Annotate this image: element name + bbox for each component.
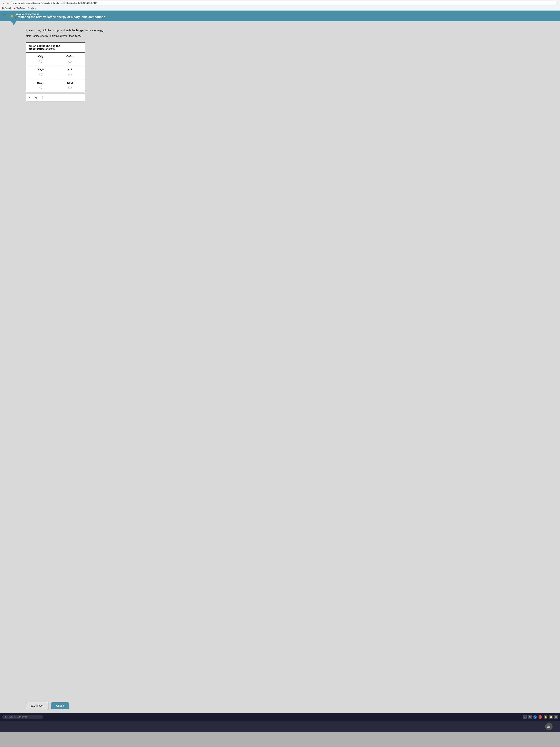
undo-button[interactable]: ↺ bbox=[33, 95, 39, 100]
taskbar-circle-icon[interactable]: ○ bbox=[523, 715, 527, 719]
gmail-icon: M bbox=[2, 7, 4, 10]
radio-cai2[interactable] bbox=[39, 60, 42, 63]
taskbar-google-icon[interactable]: G bbox=[538, 715, 542, 719]
taskbar-icons: ○ ⊞ C G 🔔 📁 ⚙ bbox=[523, 715, 558, 719]
instruction-line2: Note: lattice energy is always greater t… bbox=[26, 34, 534, 37]
action-row: × ↺ ? bbox=[26, 94, 85, 101]
radio-na2s[interactable] bbox=[39, 73, 42, 76]
compound-left-3: BaCl2 bbox=[26, 79, 55, 85]
main-content: ADVANCED MATERIAL Predicting the relativ… bbox=[0, 10, 560, 713]
compound-name-row-2: Na2S K2S bbox=[26, 66, 85, 72]
radio-bacl2[interactable] bbox=[39, 86, 42, 89]
youtube-icon: ▶ bbox=[14, 7, 16, 10]
radio-cell-right-3[interactable] bbox=[55, 85, 85, 92]
lock-icon: 🔒 bbox=[6, 2, 9, 4]
radio-row-3[interactable] bbox=[26, 85, 85, 92]
radio-cell-left-2[interactable] bbox=[26, 72, 55, 79]
compound-name-row-1: CaI2 CaBr2 bbox=[26, 52, 85, 59]
instruction-line1: In each row, pick the compound with the … bbox=[26, 29, 534, 32]
radio-cell-left-3[interactable] bbox=[26, 85, 55, 92]
radio-cell-left-1[interactable] bbox=[26, 59, 55, 66]
hp-logo: hp bbox=[545, 723, 553, 730]
question-area: In each row, pick the compound with the … bbox=[0, 21, 560, 698]
radio-cell-right-2[interactable] bbox=[55, 72, 85, 79]
bottom-buttons: Explanation Check bbox=[0, 698, 560, 713]
compound-right-2: K2S bbox=[55, 66, 85, 72]
help-button[interactable]: ? bbox=[41, 96, 45, 100]
advanced-label: ADVANCED MATERIAL bbox=[16, 13, 105, 16]
url-bar[interactable]: www-awn.aleks.com/alekscgi/x/lsl.exe/1o_… bbox=[11, 1, 558, 5]
compound-right-3: CsCl bbox=[55, 79, 85, 85]
header-text: ADVANCED MATERIAL Predicting the relativ… bbox=[16, 13, 105, 19]
taskbar-browser-icon[interactable]: C bbox=[533, 715, 537, 719]
table-header: Which compound has thebigger lattice ene… bbox=[26, 43, 85, 52]
topic-title: Predicting the relative lattice energy o… bbox=[16, 16, 105, 19]
clear-button[interactable]: × bbox=[27, 96, 32, 100]
explanation-button[interactable]: Explanation bbox=[26, 702, 49, 709]
radio-cabr2[interactable] bbox=[69, 60, 72, 63]
reload-icon[interactable]: ↻ bbox=[2, 1, 4, 4]
taskbar-folder-icon[interactable]: 📁 bbox=[549, 715, 553, 719]
compound-right-1: CaBr2 bbox=[55, 52, 85, 59]
browser-bar: ↻ 🔒 www-awn.aleks.com/alekscgi/x/lsl.exe… bbox=[0, 0, 560, 6]
compound-name-row-3: BaCl2 CsCl bbox=[26, 79, 85, 85]
radio-row-1[interactable] bbox=[26, 59, 85, 66]
radio-k2s[interactable] bbox=[69, 73, 72, 76]
taskbar-settings-icon[interactable]: ⚙ bbox=[554, 715, 558, 719]
bookmark-youtube[interactable]: ▶ YouTube bbox=[14, 7, 25, 10]
taskbar-notification-icon[interactable]: 🔔 bbox=[544, 715, 548, 719]
search-icon: 🔍 bbox=[4, 716, 7, 718]
radio-cell-right-1[interactable] bbox=[55, 59, 85, 66]
search-input[interactable] bbox=[9, 716, 38, 718]
maps-icon: 🗺 bbox=[28, 7, 30, 10]
bookmark-gmail[interactable]: M Gmail bbox=[2, 7, 11, 10]
taskbar-search[interactable]: 🔍 bbox=[2, 715, 43, 719]
menu-icon[interactable] bbox=[3, 15, 7, 17]
compound-table: Which compound has thebigger lattice ene… bbox=[26, 42, 85, 92]
keyboard-area bbox=[0, 732, 560, 747]
aleks-header: ADVANCED MATERIAL Predicting the relativ… bbox=[0, 10, 560, 21]
bookmark-maps[interactable]: 🗺 Maps bbox=[28, 7, 36, 10]
taskbar-window-icon[interactable]: ⊞ bbox=[528, 715, 532, 719]
hp-area: hp bbox=[0, 721, 560, 732]
advanced-dot bbox=[11, 15, 14, 17]
radio-cscl[interactable] bbox=[69, 86, 72, 89]
check-button[interactable]: Check bbox=[51, 702, 69, 709]
taskbar: 🔍 ○ ⊞ C G 🔔 📁 ⚙ bbox=[0, 713, 560, 721]
radio-row-2[interactable] bbox=[26, 72, 85, 79]
compound-left-2: Na2S bbox=[26, 66, 55, 72]
compound-left-1: CaI2 bbox=[26, 52, 55, 59]
bookmarks-bar: M Gmail ▶ YouTube 🗺 Maps bbox=[0, 6, 560, 10]
